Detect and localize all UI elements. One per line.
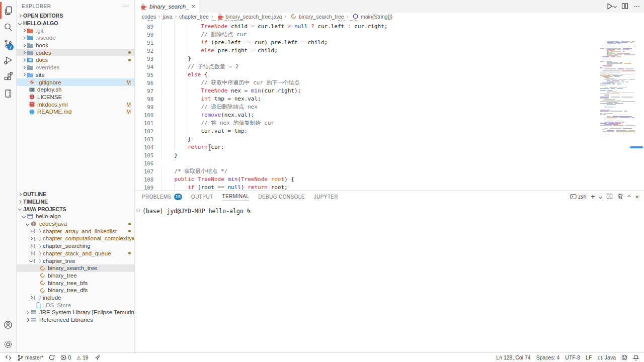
status-utf-8[interactable]: UTF-8 [565,354,580,360]
status-rocket[interactable] [94,354,101,361]
status-ln-128-col-74[interactable]: Ln 128, Col 74 [496,354,530,360]
tree-item-codes-java[interactable]: codes/java [17,220,134,228]
tree-item-license[interactable]: LICENSE [17,94,134,101]
tree-item-overrides[interactable]: overrides [17,64,134,71]
tree-item-book[interactable]: book [17,42,134,49]
tree-item-chapter-tree[interactable]: { }chapter_tree [17,257,134,264]
account-button[interactable] [0,316,16,333]
breadcrumb-item-binary-search-tree[interactable]: binary_search_tree [289,14,344,20]
shell-selector[interactable]: zsh [570,194,586,200]
tree-item-readme-md[interactable]: README.mdM [17,108,134,116]
status-19[interactable]: ⚠19 [76,354,89,360]
new-terminal-button[interactable]: + [591,193,595,201]
run-debug-activity-button[interactable] [0,52,16,68]
section-java-projects[interactable]: JAVA PROJECTS [17,205,134,213]
item-label: README.md [37,109,71,115]
tree-item-codes[interactable]: codes [17,49,134,56]
item-label: docs [36,57,48,63]
tree-item-mkdocs-yml[interactable]: mkdocs.ymlM [17,101,134,108]
tree-item-chapter-searching[interactable]: { }chapter_searching [17,242,134,250]
section-outline[interactable]: OUTLINE [17,191,134,198]
class-icon [290,14,297,19]
editor-group: binary_search_tree.java × ⋯ codes›java›c… [135,0,644,190]
extensions-activity-button[interactable] [0,68,16,85]
breadcrumb-item-java[interactable]: java [163,14,172,20]
breadcrumb-item-chapter-tree[interactable]: chapter_tree [179,14,209,20]
code-line-107: 107/* 获取最小结点 */ [135,167,644,175]
search-activity-button[interactable] [0,19,16,35]
terminal-prompt-line[interactable]: (base) jyd@JYD-MBP hello-algo % [135,208,644,215]
section-open-editors[interactable]: OPEN EDITORS [17,12,134,20]
braces-icon: { } [34,295,41,300]
tree-item-chapter-stack-and-queue[interactable]: { }chapter_stack_and_queue [17,250,134,257]
more-actions-icon[interactable]: ⋯ [633,3,640,10]
breadcrumb-item-binary-search-tree-java[interactable]: binary_search_tree.java [215,14,282,20]
tree-item-deploy-sh[interactable]: deploy.sh [17,86,134,94]
panel-tab-terminal[interactable]: TERMINAL [222,192,250,201]
section-timeline[interactable]: TIMELINE [17,198,134,206]
code-line-102: 102cur.val = tmp; [135,127,644,135]
tree-item-jre-system-library-eclipse-temurin-17-17[interactable]: JRE System Library [Eclipse Temurin 17 [… [17,309,134,316]
panel-tab-debug-console[interactable]: DEBUG CONSOLE [258,193,304,201]
item-label: chapter_stack_and_queue [43,250,111,256]
status-java[interactable]: {}Java [597,354,616,360]
tree-item-site[interactable]: site [17,71,134,79]
problems-count-badge: 19 [174,194,182,200]
breadcrumb-item-codes[interactable]: codes [142,14,156,20]
tree-item-gitignore[interactable]: .gitignoreM [17,78,134,86]
status-feedback[interactable] [621,354,627,360]
gear-icon [3,339,13,349]
folder-icon [27,50,34,55]
library-icon [30,309,37,315]
tree-item-docs[interactable]: docs [17,56,134,64]
explorer-activity-button[interactable] [0,2,16,19]
tab-binary-search-tree[interactable]: binary_search_tree.java × [135,0,199,13]
more-actions-icon[interactable]: ⋯ [123,3,129,10]
status-lf[interactable]: LF [586,354,592,360]
close-icon[interactable]: × [192,3,195,10]
panel-tab-problems[interactable]: PROBLEMS19 [142,193,182,201]
minimap[interactable] [599,40,635,190]
tree-item-ds-store[interactable]: .DS_Store [17,301,134,309]
kill-terminal-button[interactable] [617,193,623,201]
status-remote[interactable] [5,354,12,360]
tree-item-hello-algo[interactable]: hello-algo [17,213,134,220]
code-area[interactable]: 88// 当子结点数量 = 0 / 1 时, child = null / 该子… [135,20,644,190]
tree-item-binary-tree-dfs[interactable]: binary_tree_dfs [17,287,134,294]
status-bar: master*0⚠19 Ln 128, Col 74Spaces: 4UTF-8… [0,352,644,362]
tree-item-binary-tree[interactable]: binary_tree [17,272,134,280]
maximize-panel-icon[interactable] [627,195,631,198]
tree-item-chapter-computational-complexity[interactable]: { }chapter_computational_complexity [17,235,134,242]
close-panel-icon[interactable]: × [635,193,639,201]
source-control-activity-button[interactable]: 7 [0,35,16,52]
tree-item-binary-tree-bfs[interactable]: binary_tree_bfs [17,279,134,287]
status-0[interactable]: 0 [60,354,71,360]
breadcrumb-item-main-string[interactable]: main(String[]) [351,14,392,20]
braces-icon: { } [34,236,41,241]
status-spaces-4[interactable]: Spaces: 4 [536,354,560,360]
tree-item-git[interactable]: .git [17,27,134,34]
java-file-icon [217,14,224,20]
chevron-right-icon [18,193,22,196]
notebook-activity-button[interactable] [0,85,16,102]
panel-tab-output[interactable]: OUTPUT [191,193,213,201]
panel-tab-jupyter[interactable]: JUPYTER [314,193,338,201]
split-terminal-button[interactable] [606,193,613,201]
chevron-right-icon [22,44,26,47]
status-bell[interactable] [633,354,639,361]
tree-item-include[interactable]: { }include [17,294,134,302]
chevron-right-icon [29,251,33,255]
tree-item-binary-search-tree[interactable]: binary_search_tree [17,264,134,272]
tree-item-chapter-array-and-linkedlist[interactable]: { }chapter_array_and_linkedlist [17,227,134,235]
status-master[interactable]: master* [17,354,43,361]
chevron-down-icon[interactable] [599,195,602,198]
run-button[interactable] [606,3,616,10]
tree-item-vscode[interactable]: .vscode [17,34,134,42]
status-sync[interactable] [49,354,55,360]
modified-dot-badge [132,237,134,240]
tree-item-referenced-libraries[interactable]: Referenced Libraries [17,316,134,324]
settings-button[interactable] [0,336,16,352]
split-editor-button[interactable] [621,3,628,11]
section-hello-algo[interactable]: HELLO-ALGO [17,20,134,27]
chevron-right-icon [22,66,26,69]
